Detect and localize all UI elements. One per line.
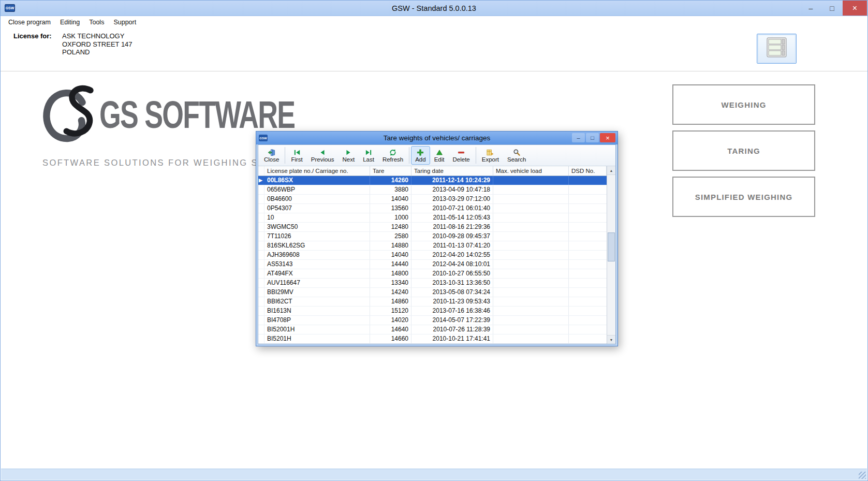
cell-max-load [493,307,569,315]
dialog-close-button[interactable]: × [600,133,615,142]
cell-max-load [493,195,569,203]
table-row[interactable]: 816SKL62SG 14880 2011-01-13 07:41:20 [258,241,607,251]
column-header-max-load[interactable]: Max. vehicle load [493,166,569,176]
cell-tare: 2580 [370,232,411,241]
toolbar-add-button[interactable]: Add [411,146,430,165]
table-row[interactable]: AS53143 14440 2012-04-24 08:10:01 [258,260,607,269]
taring-button[interactable]: TARING [672,130,815,171]
row-indicator [258,269,264,278]
row-indicator [258,251,264,259]
table-row[interactable]: AJH369608 14040 2012-04-20 14:02:55 [258,251,607,260]
cell-dsd [569,325,607,334]
cell-dsd [569,251,607,259]
cell-taring-date: 2013-07-16 16:38:46 [411,307,493,315]
toolbar-close-button[interactable]: Close [260,146,283,165]
scroll-up-button[interactable]: ▲ [607,166,615,175]
column-header-taring-date[interactable]: Taring date [411,166,493,176]
menu-close-program[interactable]: Close program [4,17,55,27]
export-icon [486,148,494,156]
table-row[interactable]: BI1613N 15120 2013-07-16 16:38:46 [258,307,607,316]
weighing-display-button[interactable] [757,34,797,64]
cell-max-load [493,213,569,222]
main-window: GSW GSW - Standard 5.0.0.13 – □ × Close … [0,0,868,481]
cell-plate: 0P54307 [264,204,370,213]
row-indicator [258,185,264,194]
gs-logo-mark-icon [39,79,95,150]
main-action-buttons: WEIGHING TARING SIMPLIFIED WEIGHING [672,84,815,217]
toolbar-button-label: Close [264,156,279,163]
window-title: GSW - Standard 5.0.0.13 [1,4,867,12]
toolbar-export-button[interactable]: Export [478,146,503,165]
cell-plate: BI1613N [264,307,370,315]
dialog-minimize-button[interactable]: – [572,133,585,142]
cell-tare: 13340 [370,279,411,287]
table-row[interactable]: 0B46600 14040 2013-03-29 07:12:00 [258,195,607,204]
logo-wordmark: GS SOFTWARE [99,92,295,136]
table-row[interactable]: 7T11026 2580 2010-09-28 09:45:37 [258,232,607,241]
resize-grip[interactable] [859,472,866,479]
cell-taring-date: 2011-01-13 07:41:20 [411,241,493,250]
toolbar-last-button[interactable]: Last [359,146,378,165]
table-row[interactable]: BBI62CT 14860 2010-11-23 09:53:43 [258,297,607,307]
vertical-scrollbar[interactable]: ▲ ▼ [607,166,615,344]
cell-tare: 14260 [370,176,411,185]
license-line-street: OXFORD STREET 147 [62,40,133,49]
toolbar-delete-button[interactable]: Delete [449,146,474,165]
table-row[interactable]: 00L86SX 14260 2011-12-14 10:24:29 [258,176,607,185]
column-header-dsd[interactable]: DSD No. [569,166,607,176]
cell-tare: 12480 [370,223,411,231]
cell-plate: 816SKL62SG [264,241,370,250]
table-row[interactable]: BBI29MV 14240 2013-05-08 07:34:24 [258,288,607,297]
search-magnifier-icon [512,148,521,156]
menu-editing[interactable]: Editing [55,17,84,27]
edit-triangle-icon [435,148,444,156]
toolbar-previous-button[interactable]: Previous [307,146,339,165]
column-header-plate[interactable]: License plate no./ Carriage no. [264,166,370,176]
toolbar-next-button[interactable]: Next [339,146,359,165]
minimize-button[interactable]: – [800,1,821,16]
table-row[interactable]: 0656WBP 3880 2013-04-09 10:47:18 [258,185,607,195]
cell-tare: 14240 [370,288,411,297]
menu-tools[interactable]: Tools [84,17,109,27]
cell-dsd [569,176,607,185]
table-row[interactable]: AT494FX 14800 2010-10-27 06:55:50 [258,269,607,279]
close-button[interactable]: × [843,1,867,16]
cell-plate: 10 [264,213,370,222]
toolbar-search-button[interactable]: Search [503,146,530,165]
cell-taring-date: 2013-05-08 07:34:24 [411,288,493,297]
table-row[interactable]: 3WGMC50 12480 2011-08-16 21:29:36 [258,223,607,232]
cell-dsd [569,213,607,222]
toolbar-edit-button[interactable]: Edit [430,146,449,165]
table-row[interactable]: 0P54307 13560 2010-07-21 06:01:40 [258,204,607,213]
cell-max-load [493,316,569,325]
simplified-weighing-button[interactable]: SIMPLIFIED WEIGHING [672,177,815,217]
table-row[interactable]: AUV116647 13340 2013-10-31 13:36:50 [258,279,607,288]
cell-dsd [569,195,607,203]
row-indicator [258,176,264,185]
table-row[interactable]: 10 1000 2011-05-14 12:05:43 [258,213,607,223]
maximize-button[interactable]: □ [821,1,843,16]
cell-plate: AS53143 [264,260,370,269]
cell-tare: 14660 [370,334,411,343]
scroll-thumb[interactable] [608,232,615,261]
cell-dsd [569,297,607,306]
license-line-company: ASK TECHNOLOGY [62,32,133,40]
toolbar-separator [409,147,409,164]
cell-taring-date: 2012-04-24 08:10:01 [411,260,493,269]
row-indicator [258,213,264,222]
license-line-country: POLAND [62,48,133,56]
toolbar-first-button[interactable]: First [287,146,306,165]
table-row[interactable]: BI4708P 14020 2014-05-07 17:22:39 [258,316,607,325]
scroll-down-button[interactable]: ▼ [607,335,615,344]
grid-rows: 00L86SX 14260 2011-12-14 10:24:29 0656WB… [258,176,607,344]
dialog-maximize-button[interactable]: □ [586,133,599,142]
menu-support[interactable]: Support [109,17,141,27]
table-row[interactable]: BI52001H 14640 2010-07-26 11:28:39 [258,325,607,334]
toolbar-refresh-button[interactable]: Refresh [378,146,407,165]
weighing-button[interactable]: WEIGHING [672,84,815,125]
cell-max-load [493,269,569,278]
dialog-client-area: Close First Previous [258,144,616,344]
table-row[interactable]: BI5201H 14660 2010-10-21 17:41:41 [258,334,607,344]
column-header-tare[interactable]: Tare [370,166,411,176]
cell-taring-date: 2011-05-14 12:05:43 [411,213,493,222]
